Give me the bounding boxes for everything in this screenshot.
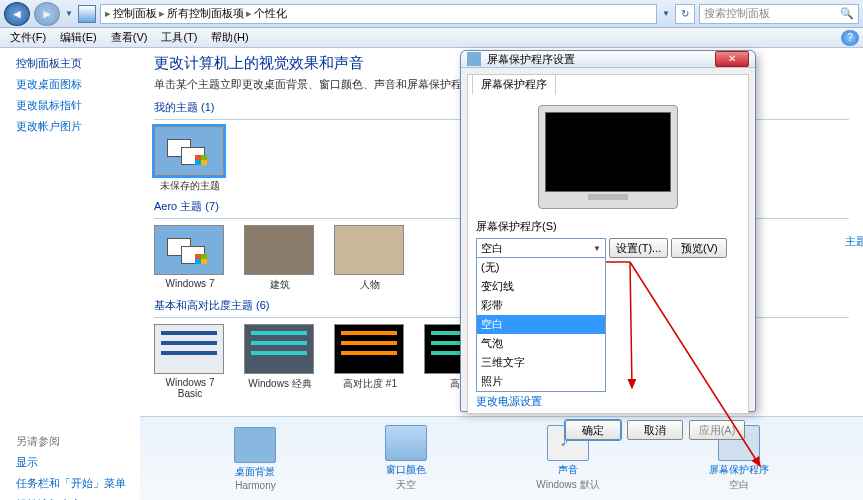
breadcrumb[interactable]: ▸ 控制面板 ▸ 所有控制面板项 ▸ 个性化: [100, 4, 657, 24]
search-icon: 🔍: [840, 7, 854, 20]
sidebar-header: 控制面板主页: [16, 56, 136, 71]
sidebar-link-mouse-pointer[interactable]: 更改鼠标指针: [16, 98, 136, 113]
screensaver-dialog: 屏幕保护程序设置 ✕ 屏幕保护程序 屏幕保护程序(S) 空白 ▼ (无) 变幻线: [460, 50, 756, 412]
theme-label: 未保存的主题: [154, 179, 226, 193]
menu-view[interactable]: 查看(V): [105, 29, 154, 46]
screensaver-dropdown: (无) 变幻线 彩带 空白 气泡 三维文字 照片: [476, 257, 606, 392]
tile-desktop-background[interactable]: 桌面背景 Harmony: [234, 427, 276, 491]
apply-button[interactable]: 应用(A): [689, 420, 745, 440]
sidebar-link-account-picture[interactable]: 更改帐户图片: [16, 119, 136, 134]
forward-button[interactable]: ►: [34, 2, 60, 26]
option-blank[interactable]: 空白: [477, 315, 605, 334]
theme-architecture[interactable]: 建筑: [244, 225, 316, 292]
option-none[interactable]: (无): [477, 258, 605, 277]
explorer-icon: [78, 5, 96, 23]
option-mystify[interactable]: 变幻线: [477, 277, 605, 296]
window-titlebar: ◄ ► ▼ ▸ 控制面板 ▸ 所有控制面板项 ▸ 个性化 ▼ ↻ 搜索控制面板 …: [0, 0, 863, 28]
window-color-icon: [385, 425, 427, 461]
theme-label: 人物: [334, 278, 406, 292]
preview-button[interactable]: 预览(V): [671, 238, 727, 258]
theme-classic[interactable]: Windows 经典: [244, 324, 316, 399]
menu-bar: 文件(F) 编辑(E) 查看(V) 工具(T) 帮助(H) ?: [0, 28, 863, 48]
breadcrumb-item[interactable]: 控制面板: [113, 6, 157, 21]
select-value: 空白: [481, 241, 503, 256]
option-ribbons[interactable]: 彩带: [477, 296, 605, 315]
desktop-bg-icon: [234, 427, 276, 463]
dialog-title: 屏幕保护程序设置: [487, 52, 575, 67]
breadcrumb-item[interactable]: 所有控制面板项: [167, 6, 244, 21]
dialog-titlebar[interactable]: 屏幕保护程序设置 ✕: [461, 51, 755, 68]
menu-tools[interactable]: 工具(T): [155, 29, 203, 46]
refresh-button[interactable]: ↻: [675, 4, 695, 24]
menu-edit[interactable]: 编辑(E): [54, 29, 103, 46]
screen-preview: [545, 112, 671, 192]
sidebar: 控制面板主页 更改桌面图标 更改鼠标指针 更改帐户图片 另请参阅 显示 任务栏和…: [0, 48, 140, 500]
tile-window-color[interactable]: 窗口颜色 天空: [385, 425, 427, 492]
chevron-down-icon: ▼: [593, 244, 601, 253]
close-button[interactable]: ✕: [715, 51, 749, 67]
option-bubbles[interactable]: 气泡: [477, 334, 605, 353]
menu-file[interactable]: 文件(F): [4, 29, 52, 46]
breadcrumb-item[interactable]: 个性化: [254, 6, 287, 21]
screensaver-label: 屏幕保护程序(S): [476, 219, 740, 234]
theme-label: Windows 7: [154, 278, 226, 289]
sidebar-link-desktop-icons[interactable]: 更改桌面图标: [16, 77, 136, 92]
settings-button[interactable]: 设置(T)...: [609, 238, 668, 258]
theme-win7-basic[interactable]: Windows 7 Basic: [154, 324, 226, 399]
ok-button[interactable]: 确定: [565, 420, 621, 440]
theme-characters[interactable]: 人物: [334, 225, 406, 292]
option-photos[interactable]: 照片: [477, 372, 605, 391]
dialog-footer: 确定 取消 应用(A): [461, 420, 755, 440]
search-placeholder: 搜索控制面板: [704, 6, 770, 21]
history-dropdown-icon[interactable]: ▼: [64, 4, 74, 24]
monitor-preview: [538, 105, 678, 209]
cancel-button[interactable]: 取消: [627, 420, 683, 440]
hidden-theme-label: 主题: [845, 234, 863, 249]
help-icon[interactable]: ?: [841, 30, 859, 46]
theme-hc1[interactable]: 高对比度 #1: [334, 324, 406, 399]
seealso-header: 另请参阅: [16, 434, 136, 449]
dialog-icon: [467, 52, 481, 66]
seealso-display[interactable]: 显示: [16, 455, 136, 470]
breadcrumb-dropdown-icon[interactable]: ▼: [661, 4, 671, 24]
power-settings-link[interactable]: 更改电源设置: [476, 394, 740, 409]
seealso-taskbar[interactable]: 任务栏和「开始」菜单: [16, 476, 136, 491]
theme-label: 高对比度 #1: [334, 377, 406, 391]
option-3dtext[interactable]: 三维文字: [477, 353, 605, 372]
theme-label: 建筑: [244, 278, 316, 292]
theme-label: Windows 7 Basic: [154, 377, 226, 399]
back-button[interactable]: ◄: [4, 2, 30, 26]
tab-screensaver[interactable]: 屏幕保护程序: [472, 74, 556, 95]
screensaver-select[interactable]: 空白 ▼: [476, 238, 606, 258]
theme-windows7[interactable]: Windows 7: [154, 225, 226, 292]
menu-help[interactable]: 帮助(H): [205, 29, 254, 46]
theme-unsaved[interactable]: 未保存的主题: [154, 126, 226, 193]
theme-label: Windows 经典: [244, 377, 316, 391]
search-input[interactable]: 搜索控制面板 🔍: [699, 4, 859, 24]
